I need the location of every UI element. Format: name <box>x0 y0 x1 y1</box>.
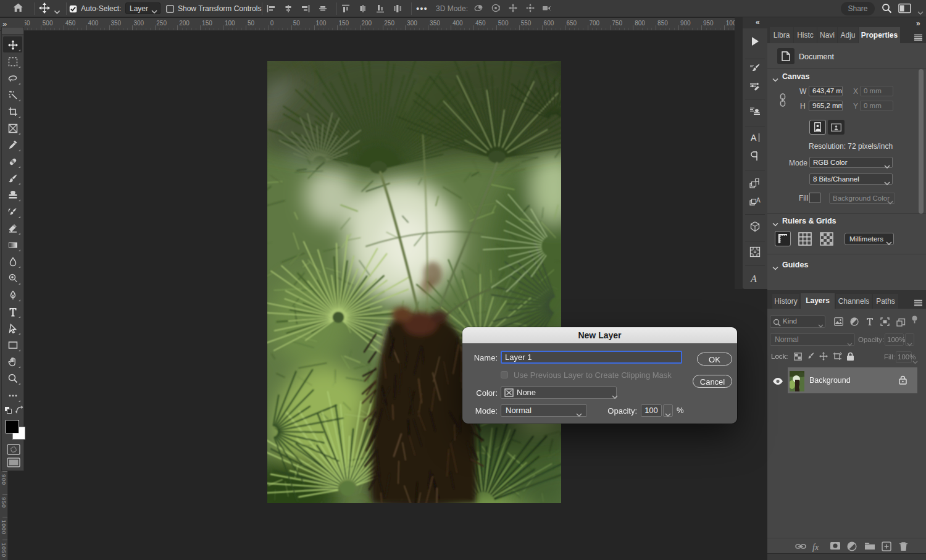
svg-text:A: A <box>750 274 757 284</box>
svg-text:A: A <box>751 133 757 143</box>
svg-text:A: A <box>756 197 761 204</box>
